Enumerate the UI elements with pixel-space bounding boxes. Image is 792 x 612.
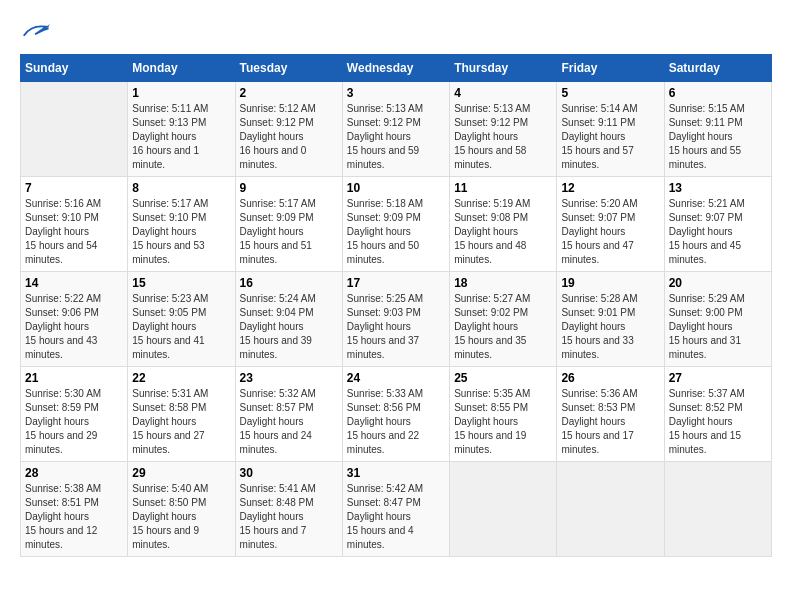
calendar-cell: 2Sunrise: 5:12 AMSunset: 9:12 PMDaylight… [235, 82, 342, 177]
day-of-week-header: Tuesday [235, 55, 342, 82]
calendar-cell: 3Sunrise: 5:13 AMSunset: 9:12 PMDaylight… [342, 82, 449, 177]
day-number: 5 [561, 86, 659, 100]
day-info: Sunrise: 5:30 AMSunset: 8:59 PMDaylight … [25, 387, 123, 457]
calendar-cell: 23Sunrise: 5:32 AMSunset: 8:57 PMDayligh… [235, 367, 342, 462]
page-header [20, 20, 772, 44]
day-number: 18 [454, 276, 552, 290]
day-number: 16 [240, 276, 338, 290]
calendar-cell: 16Sunrise: 5:24 AMSunset: 9:04 PMDayligh… [235, 272, 342, 367]
calendar-cell: 22Sunrise: 5:31 AMSunset: 8:58 PMDayligh… [128, 367, 235, 462]
calendar-cell: 8Sunrise: 5:17 AMSunset: 9:10 PMDaylight… [128, 177, 235, 272]
day-info: Sunrise: 5:20 AMSunset: 9:07 PMDaylight … [561, 197, 659, 267]
day-info: Sunrise: 5:41 AMSunset: 8:48 PMDaylight … [240, 482, 338, 552]
calendar-cell: 4Sunrise: 5:13 AMSunset: 9:12 PMDaylight… [450, 82, 557, 177]
day-info: Sunrise: 5:38 AMSunset: 8:51 PMDaylight … [25, 482, 123, 552]
calendar-cell: 6Sunrise: 5:15 AMSunset: 9:11 PMDaylight… [664, 82, 771, 177]
day-info: Sunrise: 5:21 AMSunset: 9:07 PMDaylight … [669, 197, 767, 267]
day-number: 1 [132, 86, 230, 100]
calendar-table: SundayMondayTuesdayWednesdayThursdayFrid… [20, 54, 772, 557]
calendar-cell: 5Sunrise: 5:14 AMSunset: 9:11 PMDaylight… [557, 82, 664, 177]
calendar-cell: 26Sunrise: 5:36 AMSunset: 8:53 PMDayligh… [557, 367, 664, 462]
day-number: 12 [561, 181, 659, 195]
day-number: 17 [347, 276, 445, 290]
day-number: 28 [25, 466, 123, 480]
day-number: 2 [240, 86, 338, 100]
day-info: Sunrise: 5:42 AMSunset: 8:47 PMDaylight … [347, 482, 445, 552]
day-info: Sunrise: 5:17 AMSunset: 9:09 PMDaylight … [240, 197, 338, 267]
day-info: Sunrise: 5:17 AMSunset: 9:10 PMDaylight … [132, 197, 230, 267]
day-number: 29 [132, 466, 230, 480]
calendar-cell: 19Sunrise: 5:28 AMSunset: 9:01 PMDayligh… [557, 272, 664, 367]
calendar-cell: 7Sunrise: 5:16 AMSunset: 9:10 PMDaylight… [21, 177, 128, 272]
day-number: 10 [347, 181, 445, 195]
calendar-cell: 27Sunrise: 5:37 AMSunset: 8:52 PMDayligh… [664, 367, 771, 462]
day-of-week-header: Sunday [21, 55, 128, 82]
day-of-week-header: Wednesday [342, 55, 449, 82]
calendar-cell: 11Sunrise: 5:19 AMSunset: 9:08 PMDayligh… [450, 177, 557, 272]
calendar-cell: 24Sunrise: 5:33 AMSunset: 8:56 PMDayligh… [342, 367, 449, 462]
day-of-week-header: Thursday [450, 55, 557, 82]
day-info: Sunrise: 5:35 AMSunset: 8:55 PMDaylight … [454, 387, 552, 457]
day-number: 19 [561, 276, 659, 290]
day-info: Sunrise: 5:37 AMSunset: 8:52 PMDaylight … [669, 387, 767, 457]
calendar-cell: 18Sunrise: 5:27 AMSunset: 9:02 PMDayligh… [450, 272, 557, 367]
day-info: Sunrise: 5:22 AMSunset: 9:06 PMDaylight … [25, 292, 123, 362]
day-info: Sunrise: 5:29 AMSunset: 9:00 PMDaylight … [669, 292, 767, 362]
calendar-header-row: SundayMondayTuesdayWednesdayThursdayFrid… [21, 55, 772, 82]
calendar-cell: 15Sunrise: 5:23 AMSunset: 9:05 PMDayligh… [128, 272, 235, 367]
day-number: 30 [240, 466, 338, 480]
day-number: 26 [561, 371, 659, 385]
day-info: Sunrise: 5:15 AMSunset: 9:11 PMDaylight … [669, 102, 767, 172]
day-number: 6 [669, 86, 767, 100]
day-of-week-header: Friday [557, 55, 664, 82]
day-info: Sunrise: 5:28 AMSunset: 9:01 PMDaylight … [561, 292, 659, 362]
day-number: 9 [240, 181, 338, 195]
day-number: 8 [132, 181, 230, 195]
calendar-week-row: 7Sunrise: 5:16 AMSunset: 9:10 PMDaylight… [21, 177, 772, 272]
day-number: 31 [347, 466, 445, 480]
day-info: Sunrise: 5:36 AMSunset: 8:53 PMDaylight … [561, 387, 659, 457]
day-number: 25 [454, 371, 552, 385]
day-of-week-header: Saturday [664, 55, 771, 82]
day-info: Sunrise: 5:19 AMSunset: 9:08 PMDaylight … [454, 197, 552, 267]
day-number: 15 [132, 276, 230, 290]
day-info: Sunrise: 5:16 AMSunset: 9:10 PMDaylight … [25, 197, 123, 267]
calendar-cell: 29Sunrise: 5:40 AMSunset: 8:50 PMDayligh… [128, 462, 235, 557]
day-number: 7 [25, 181, 123, 195]
calendar-cell: 12Sunrise: 5:20 AMSunset: 9:07 PMDayligh… [557, 177, 664, 272]
calendar-cell: 28Sunrise: 5:38 AMSunset: 8:51 PMDayligh… [21, 462, 128, 557]
calendar-cell [557, 462, 664, 557]
calendar-cell [450, 462, 557, 557]
day-number: 23 [240, 371, 338, 385]
day-info: Sunrise: 5:23 AMSunset: 9:05 PMDaylight … [132, 292, 230, 362]
day-info: Sunrise: 5:13 AMSunset: 9:12 PMDaylight … [347, 102, 445, 172]
calendar-week-row: 1Sunrise: 5:11 AMSunset: 9:13 PMDaylight… [21, 82, 772, 177]
calendar-cell: 17Sunrise: 5:25 AMSunset: 9:03 PMDayligh… [342, 272, 449, 367]
day-info: Sunrise: 5:24 AMSunset: 9:04 PMDaylight … [240, 292, 338, 362]
day-info: Sunrise: 5:14 AMSunset: 9:11 PMDaylight … [561, 102, 659, 172]
day-number: 24 [347, 371, 445, 385]
day-info: Sunrise: 5:12 AMSunset: 9:12 PMDaylight … [240, 102, 338, 172]
day-number: 13 [669, 181, 767, 195]
logo [20, 20, 54, 44]
calendar-cell: 1Sunrise: 5:11 AMSunset: 9:13 PMDaylight… [128, 82, 235, 177]
logo-bird-icon [20, 20, 50, 44]
day-number: 14 [25, 276, 123, 290]
calendar-week-row: 28Sunrise: 5:38 AMSunset: 8:51 PMDayligh… [21, 462, 772, 557]
calendar-week-row: 14Sunrise: 5:22 AMSunset: 9:06 PMDayligh… [21, 272, 772, 367]
calendar-cell: 21Sunrise: 5:30 AMSunset: 8:59 PMDayligh… [21, 367, 128, 462]
calendar-cell: 20Sunrise: 5:29 AMSunset: 9:00 PMDayligh… [664, 272, 771, 367]
calendar-cell: 30Sunrise: 5:41 AMSunset: 8:48 PMDayligh… [235, 462, 342, 557]
calendar-cell [21, 82, 128, 177]
calendar-cell: 10Sunrise: 5:18 AMSunset: 9:09 PMDayligh… [342, 177, 449, 272]
day-number: 3 [347, 86, 445, 100]
day-number: 27 [669, 371, 767, 385]
calendar-cell: 31Sunrise: 5:42 AMSunset: 8:47 PMDayligh… [342, 462, 449, 557]
day-number: 22 [132, 371, 230, 385]
day-number: 20 [669, 276, 767, 290]
day-info: Sunrise: 5:11 AMSunset: 9:13 PMDaylight … [132, 102, 230, 172]
day-info: Sunrise: 5:27 AMSunset: 9:02 PMDaylight … [454, 292, 552, 362]
day-info: Sunrise: 5:32 AMSunset: 8:57 PMDaylight … [240, 387, 338, 457]
day-info: Sunrise: 5:33 AMSunset: 8:56 PMDaylight … [347, 387, 445, 457]
calendar-cell: 9Sunrise: 5:17 AMSunset: 9:09 PMDaylight… [235, 177, 342, 272]
